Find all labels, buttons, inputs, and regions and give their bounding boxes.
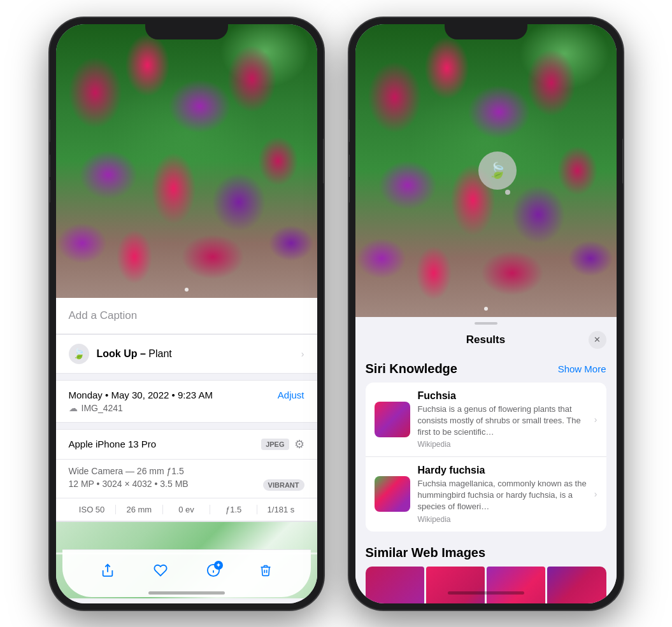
hardy-name: Hardy fuchsia <box>418 465 587 476</box>
show-more-button[interactable]: Show More <box>558 363 606 374</box>
fuchsia-chevron-icon: › <box>594 414 597 425</box>
adjust-button[interactable]: Adjust <box>278 390 304 400</box>
camera-details: Wide Camera — 26 mm ƒ1.5 12 MP • 3024 × … <box>56 460 317 498</box>
knowledge-card: Fuchsia Fuchsia is a genus of flowering … <box>366 383 606 532</box>
device-name: Apple iPhone 13 Pro <box>69 439 157 449</box>
hardy-content: Hardy fuchsia Fuchsia magellanica, commo… <box>418 465 587 524</box>
similar-img-2[interactable] <box>426 567 485 603</box>
right-phone-screen: 🍃 Results ✕ Siri Knowledge Show More <box>355 24 617 603</box>
leaf-icon: 🍃 <box>73 348 85 360</box>
photo-area[interactable] <box>56 24 317 298</box>
delete-button[interactable] <box>259 563 272 577</box>
exif-iso: ISO 50 <box>69 505 116 514</box>
photo-pagination-dot <box>185 288 189 292</box>
hardy-description: Fuchsia magellanica, commonly known as t… <box>418 478 587 513</box>
knowledge-item-hardy[interactable]: Hardy fuchsia Fuchsia magellanica, commo… <box>366 457 606 532</box>
exif-mm: 26 mm <box>116 505 163 514</box>
fuchsia-source: Wikipedia <box>418 440 587 449</box>
vibrant-badge: VIBRANT <box>263 479 304 491</box>
siri-leaf-icon: 🍃 <box>488 162 507 180</box>
caption-placeholder[interactable]: Add a Caption <box>69 309 138 321</box>
fuchsia-name: Fuchsia <box>418 390 587 402</box>
lookup-icon: 🍃 <box>69 344 89 364</box>
exif-ev: 0 ev <box>163 505 210 514</box>
hardy-source: Wikipedia <box>418 515 587 524</box>
camera-line2: 12 MP • 3024 × 4032 • 3.5 MB <box>69 479 189 489</box>
exif-row: ISO 50 26 mm 0 ev ƒ1.5 1/181 s <box>56 498 317 521</box>
heart-button[interactable] <box>154 563 168 577</box>
jpeg-badge: JPEG <box>261 439 289 450</box>
close-icon: ✕ <box>594 335 601 344</box>
left-phone: Add a Caption 🍃 Look Up – Plant › Monday… <box>50 18 324 610</box>
device-section: Apple iPhone 13 Pro JPEG ⚙ Wide Camera —… <box>56 429 317 522</box>
info-badge: ✦ <box>214 561 223 570</box>
right-phone-notch <box>445 18 527 39</box>
sheet-handle <box>475 322 497 325</box>
similar-img-3[interactable] <box>487 567 545 603</box>
share-button[interactable] <box>101 563 115 577</box>
fuchsia-description: Fuchsia is a genus of flowering plants t… <box>418 404 587 439</box>
fuchsia-content: Fuchsia Fuchsia is a genus of flowering … <box>418 390 587 449</box>
results-title: Results <box>466 334 505 346</box>
similar-images-row <box>366 567 606 603</box>
exif-aperture: ƒ1.5 <box>210 505 257 514</box>
siri-knowledge-title: Siri Knowledge <box>366 362 457 376</box>
date-section: Monday • May 30, 2022 • 9:23 AM Adjust ☁… <box>56 380 317 423</box>
similar-title: Similar Web Images <box>366 546 606 560</box>
left-phone-screen: Add a Caption 🍃 Look Up – Plant › Monday… <box>56 24 317 603</box>
siri-knowledge-section: Siri Knowledge Show More Fuchsia Fuchsia… <box>355 353 617 537</box>
device-badges: JPEG ⚙ <box>261 437 304 451</box>
right-home-indicator <box>448 591 524 595</box>
right-photo-area[interactable]: 🍃 <box>355 24 617 317</box>
lookup-label: Look Up – Plant <box>97 348 172 360</box>
siri-knowledge-header: Siri Knowledge Show More <box>366 362 606 376</box>
results-sheet[interactable]: Results ✕ Siri Knowledge Show More Fuchs <box>355 317 617 603</box>
right-phone: 🍃 Results ✕ Siri Knowledge Show More <box>349 18 623 610</box>
phone-notch <box>145 18 228 39</box>
results-close-button[interactable]: ✕ <box>589 331 606 349</box>
siri-visual-intelligence-button[interactable]: 🍃 <box>478 151 517 190</box>
similar-img-1[interactable] <box>366 567 424 603</box>
exif-shutter: 1/181 s <box>257 505 304 514</box>
cloud-icon: ☁ <box>69 403 78 413</box>
lookup-row[interactable]: 🍃 Look Up – Plant › <box>56 334 317 374</box>
siri-indicator-dot <box>505 190 510 195</box>
results-header: Results ✕ <box>355 327 617 353</box>
flower-image <box>56 24 317 298</box>
camera-line1: Wide Camera — 26 mm ƒ1.5 <box>69 466 304 476</box>
hardy-thumbnail <box>375 476 410 512</box>
settings-icon: ⚙ <box>294 437 304 451</box>
home-indicator <box>148 591 225 595</box>
info-button[interactable]: ✦ <box>206 563 220 577</box>
device-row: Apple iPhone 13 Pro JPEG ⚙ <box>56 430 317 460</box>
similar-img-4[interactable] <box>547 567 606 603</box>
caption-field[interactable]: Add a Caption <box>56 298 317 334</box>
knowledge-item-fuchsia[interactable]: Fuchsia Fuchsia is a genus of flowering … <box>366 383 606 458</box>
lookup-chevron-icon: › <box>301 349 304 359</box>
fuchsia-thumbnail <box>375 402 410 437</box>
date-text: Monday • May 30, 2022 • 9:23 AM <box>69 390 213 400</box>
right-photo-dot <box>484 307 488 311</box>
hardy-chevron-icon: › <box>594 489 597 499</box>
filename: IMG_4241 <box>82 403 123 413</box>
bottom-toolbar: ✦ <box>62 549 311 597</box>
